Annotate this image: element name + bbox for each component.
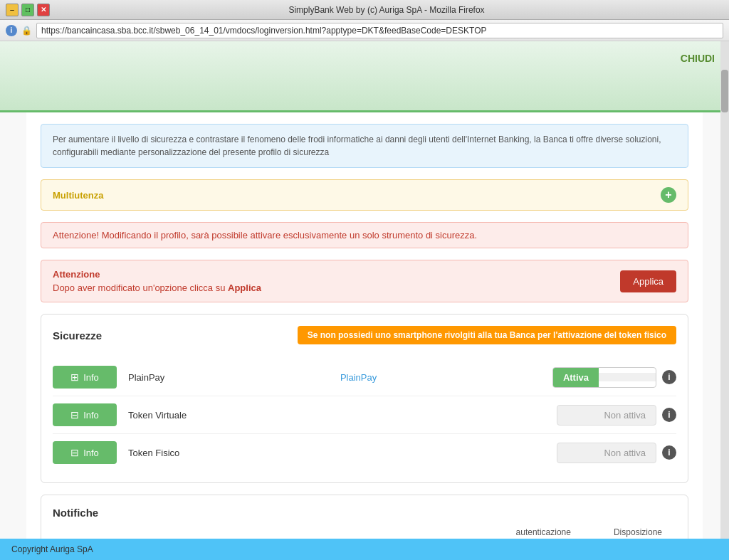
multiutenza-section: Multiutenza + xyxy=(41,179,688,211)
lock-icon: 🔒 xyxy=(21,26,32,36)
token-fisico-status-wrapper: Non attiva i xyxy=(557,443,676,463)
attenzione-description: Dopo aver modificato un'opzione clicca s… xyxy=(53,282,261,293)
page-wrapper: CHIUDI Per aumentare il livello di sicur… xyxy=(0,41,729,560)
notifiche-title: Notifiche xyxy=(53,507,676,519)
browser-titlebar: – □ ✕ SimplyBank Web by (c) Auriga SpA -… xyxy=(0,0,729,20)
token-fisico-info-circle[interactable]: i xyxy=(662,445,676,460)
plainpay-status-wrapper: Attiva i xyxy=(552,367,676,388)
applica-button[interactable]: Applica xyxy=(620,270,676,292)
chiudi-button[interactable]: CHIUDI xyxy=(681,53,715,64)
token-virtuale-info-button[interactable]: ⊟ Info xyxy=(53,403,117,426)
token-virtuale-name: Token Virtuale xyxy=(128,410,331,421)
window-controls[interactable]: – □ ✕ xyxy=(6,4,50,16)
sicurezze-header: Sicurezze Se non possiedi uno smartphone… xyxy=(53,326,676,344)
page-info-icon[interactable]: i xyxy=(6,25,17,36)
notifiche-col-disposizione: Disposizione xyxy=(614,527,662,537)
info-banner: Per aumentare il livello di sicurezza e … xyxy=(41,124,688,168)
maximize-button[interactable]: □ xyxy=(21,4,34,16)
plainpay-row: ⊞ Info PlainPay PlainPay Attiva i xyxy=(53,359,676,396)
attenzione-highlight: Applica xyxy=(228,282,261,293)
top-header: CHIUDI xyxy=(0,41,729,112)
attenzione-content: Attenzione Dopo aver modificato un'opzio… xyxy=(53,269,261,293)
token-virtuale-status: Non attiva xyxy=(557,405,656,426)
token-virtuale-status-wrapper: Non attiva i xyxy=(557,405,676,426)
warning-banner: Attenzione! Modificando il profilo, sarà… xyxy=(41,222,688,248)
attenzione-box: Attenzione Dopo aver modificato un'opzio… xyxy=(41,260,688,302)
plainpay-name: PlainPay xyxy=(128,372,329,383)
sicurezze-panel: Sicurezze Se non possiedi uno smartphone… xyxy=(41,314,688,483)
url-bar[interactable] xyxy=(36,23,723,38)
plainpay-link[interactable]: PlainPay xyxy=(340,372,541,383)
multiutenza-title: Multiutenza xyxy=(53,190,104,201)
plainpay-info-icon: ⊞ xyxy=(70,371,79,383)
token-virtuale-row: ⊟ Info Token Virtuale Non attiva i xyxy=(53,396,676,434)
plainpay-toggle[interactable]: Attiva xyxy=(552,367,656,388)
notifiche-columns: autenticazione Disposizione xyxy=(53,527,676,537)
token-virtuale-info-icon: ⊟ xyxy=(70,409,79,421)
browser-toolbar: i 🔒 xyxy=(0,20,729,41)
attenzione-title: Attenzione xyxy=(53,269,261,280)
multiutenza-expand-button[interactable]: + xyxy=(661,187,676,203)
plainpay-info-button[interactable]: ⊞ Info xyxy=(53,366,117,389)
token-virtuale-info-label: Info xyxy=(83,410,99,421)
notifiche-col-autenticazione: autenticazione xyxy=(516,527,571,537)
smartphone-banner: Se non possiedi uno smartphone rivolgiti… xyxy=(298,326,676,344)
minimize-button[interactable]: – xyxy=(6,4,19,16)
token-fisico-info-button[interactable]: ⊟ Info xyxy=(53,441,117,464)
page-footer: Copyright Auriga SpA xyxy=(0,539,729,560)
plainpay-inactive-side xyxy=(599,373,656,381)
scrollbar-thumb[interactable] xyxy=(721,70,728,112)
plainpay-info-circle[interactable]: i xyxy=(662,370,676,384)
sicurezze-title: Sicurezze xyxy=(53,329,102,342)
main-content: Per aumentare il livello di sicurezza e … xyxy=(26,112,703,560)
window-title: SimplyBank Web by (c) Auriga SpA - Mozil… xyxy=(50,5,723,15)
token-fisico-row: ⊟ Info Token Fisico Non attiva i xyxy=(53,434,676,471)
token-fisico-name: Token Fisico xyxy=(128,448,331,458)
plainpay-active-label: Attiva xyxy=(553,368,599,387)
token-virtuale-info-circle[interactable]: i xyxy=(662,408,676,422)
close-button[interactable]: ✕ xyxy=(37,4,50,16)
info-banner-text: Per aumentare il livello di sicurezza e … xyxy=(53,134,661,157)
footer-text: Copyright Auriga SpA xyxy=(11,544,93,554)
token-fisico-info-label: Info xyxy=(83,448,99,458)
scrollbar-track[interactable] xyxy=(720,41,729,560)
warning-text: Attenzione! Modificando il profilo, sarà… xyxy=(53,230,477,241)
plainpay-info-label: Info xyxy=(83,372,99,383)
token-fisico-info-icon: ⊟ xyxy=(70,447,79,458)
attenzione-text-before: Dopo aver modificato un'opzione clicca s… xyxy=(53,282,228,293)
token-fisico-status: Non attiva xyxy=(557,443,656,463)
